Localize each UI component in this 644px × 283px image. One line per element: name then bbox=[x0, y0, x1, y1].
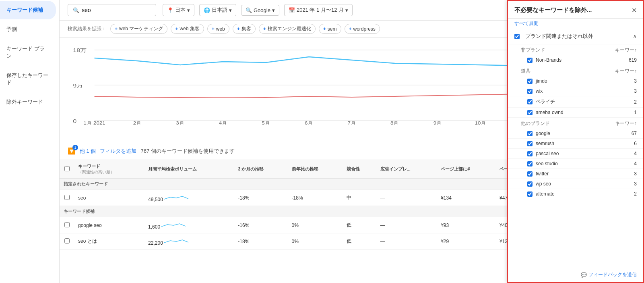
panel-row-label: pascal seo bbox=[536, 151, 627, 156]
panel-sub-section-header: 非ブランド キーワー↑ bbox=[508, 44, 643, 55]
panel-section-header[interactable]: ブランド関連またはそれ以外 ∧ bbox=[508, 29, 643, 44]
panel-row-label: twitter bbox=[536, 171, 627, 177]
sub-section-col-header: キーワー↑ bbox=[615, 120, 637, 127]
panel-section-title: ブランド関連またはそれ以外 bbox=[525, 33, 593, 40]
search-box[interactable]: 🔍 bbox=[68, 4, 156, 16]
sub-section-label: 非ブランド bbox=[521, 47, 615, 54]
expand-tag-0[interactable]: +web マーケティング bbox=[110, 24, 167, 34]
section-collapse-chevron[interactable]: ∧ bbox=[633, 33, 637, 40]
row-imp: — bbox=[376, 217, 437, 233]
panel-row-count: 4 bbox=[627, 161, 637, 166]
panel-expand-all[interactable]: すべて展開 bbox=[508, 19, 643, 29]
sidebar-item-excluded-keywords[interactable]: 除外キーワード bbox=[0, 93, 56, 111]
chevron-icon: ▾ bbox=[272, 7, 275, 13]
svg-text:3月: 3月 bbox=[176, 121, 184, 125]
expand-label: 検索結果を拡張： bbox=[68, 25, 106, 32]
panel-row-label: wix bbox=[536, 88, 627, 94]
svg-text:0: 0 bbox=[73, 119, 76, 124]
panel-row-checkbox[interactable] bbox=[527, 151, 533, 156]
row-top1: ¥93 bbox=[437, 217, 495, 233]
panel-row-count: 67 bbox=[627, 131, 637, 136]
th-trend3m: 3 か月の推移 bbox=[234, 160, 287, 179]
sidebar-item-saved-keywords[interactable]: 保存したキーワード bbox=[0, 66, 56, 92]
chevron-icon: ▾ bbox=[345, 7, 348, 13]
panel-row-checkbox[interactable] bbox=[527, 191, 533, 197]
row-checkbox[interactable] bbox=[64, 222, 70, 227]
row-trend3m: -18% bbox=[234, 190, 287, 206]
row-checkbox[interactable] bbox=[64, 195, 70, 200]
th-keyword: キーワード （関連性の高い順） bbox=[74, 160, 144, 179]
row-volume: 22,200 bbox=[144, 233, 234, 250]
panel-row: wix 3 bbox=[508, 86, 643, 96]
panel-row-checkbox[interactable] bbox=[527, 181, 533, 187]
select-all-checkbox[interactable] bbox=[64, 166, 70, 171]
filter-add-text[interactable]: フィルタを追加 bbox=[100, 148, 136, 155]
panel-row: twitter 3 bbox=[508, 169, 643, 179]
svg-text:9万: 9万 bbox=[73, 83, 83, 89]
sidebar-item-keyword-suggestions[interactable]: キーワード候補 bbox=[0, 1, 56, 19]
svg-text:1月 2021: 1月 2021 bbox=[83, 121, 105, 125]
panel-row: semrush 6 bbox=[508, 139, 643, 149]
panel-row-label: google bbox=[536, 131, 627, 136]
svg-text:7月: 7月 bbox=[348, 121, 356, 125]
header-filter-1[interactable]: 🌐日本語▾ bbox=[199, 4, 236, 16]
expand-tag-4[interactable]: +検索エンジン最適化 bbox=[259, 24, 316, 34]
right-panel: 不必要なキーワードを除外... ✕ すべて展開 ブランド関連またはそれ以外 ∧ … bbox=[507, 0, 644, 283]
expand-tag-1[interactable]: +web 集客 bbox=[171, 24, 204, 34]
panel-row-count: 1 bbox=[627, 110, 637, 115]
expand-tag-label: web 集客 bbox=[180, 25, 199, 32]
row-checkbox-cell bbox=[60, 190, 74, 206]
panel-row-label: ペライチ bbox=[536, 98, 627, 105]
expand-tag-label: sem bbox=[328, 26, 337, 32]
panel-row-checkbox[interactable] bbox=[527, 99, 533, 104]
panel-row-label: alternate bbox=[536, 191, 627, 197]
panel-row-checkbox[interactable] bbox=[527, 141, 533, 146]
expand-tag-6[interactable]: +wordpress bbox=[345, 24, 380, 34]
filter-icon-1: 🌐 bbox=[204, 7, 210, 13]
svg-text:8月: 8月 bbox=[390, 121, 399, 125]
panel-close-button[interactable]: ✕ bbox=[632, 6, 637, 14]
panel-row-count: 6 bbox=[627, 141, 637, 146]
filter-icon: 🔽 1 bbox=[68, 147, 76, 155]
chevron-icon: ▾ bbox=[229, 7, 232, 13]
header-filter-3[interactable]: 📅2021 年 1 月〜12 月▾ bbox=[284, 4, 353, 16]
panel-row-checkbox[interactable] bbox=[527, 79, 533, 84]
panel-row-checkbox[interactable] bbox=[527, 161, 533, 166]
row-checkbox[interactable] bbox=[64, 238, 70, 243]
panel-row-checkbox[interactable] bbox=[527, 89, 533, 94]
expand-tag-5[interactable]: +sem bbox=[319, 24, 341, 34]
panel-row-count: 3 bbox=[627, 78, 637, 84]
row-yoy: -18% bbox=[288, 190, 343, 206]
panel-row-checkbox[interactable] bbox=[527, 110, 533, 115]
expand-tag-2[interactable]: +web bbox=[207, 24, 229, 34]
panel-row: wp seo 3 bbox=[508, 179, 643, 189]
svg-text:10月: 10月 bbox=[475, 121, 486, 125]
plus-icon: + bbox=[115, 26, 118, 32]
sidebar-item-forecast[interactable]: 予測 bbox=[0, 20, 56, 39]
filter-link[interactable]: 他 1 個 bbox=[80, 148, 96, 155]
panel-footer[interactable]: 💬 フィードバックを送信 bbox=[508, 267, 643, 282]
header-filter-2[interactable]: 🔍Google▾ bbox=[241, 5, 279, 16]
expand-tag-label: wordpress bbox=[353, 26, 376, 32]
panel-row-count: 619 bbox=[627, 57, 637, 63]
sub-section-col-header: キーワー↑ bbox=[615, 68, 637, 75]
sidebar-item-keyword-plan[interactable]: キーワード プラン bbox=[0, 40, 56, 65]
expand-tag-3[interactable]: +集客 bbox=[233, 24, 256, 34]
panel-row-label: semrush bbox=[536, 141, 627, 146]
svg-text:18万: 18万 bbox=[73, 48, 87, 53]
row-competition: 低 bbox=[343, 217, 376, 233]
search-input[interactable] bbox=[82, 7, 146, 13]
panel-row: ameba ownd 1 bbox=[508, 108, 643, 118]
row-keyword: seo とは bbox=[74, 233, 144, 250]
panel-section-checkbox[interactable] bbox=[514, 34, 520, 39]
svg-text:2月: 2月 bbox=[133, 121, 142, 125]
row-top1: ¥29 bbox=[437, 233, 495, 250]
panel-section-label[interactable]: ブランド関連またはそれ以外 bbox=[514, 33, 633, 40]
sparkline bbox=[161, 221, 186, 229]
svg-text:6月: 6月 bbox=[305, 121, 313, 125]
panel-row-checkbox[interactable] bbox=[527, 131, 533, 136]
header-filter-0[interactable]: 📍日本▾ bbox=[163, 4, 194, 16]
panel-row-checkbox[interactable] bbox=[527, 171, 533, 177]
search-icon: 🔍 bbox=[73, 7, 79, 13]
panel-row-checkbox[interactable] bbox=[527, 58, 533, 63]
